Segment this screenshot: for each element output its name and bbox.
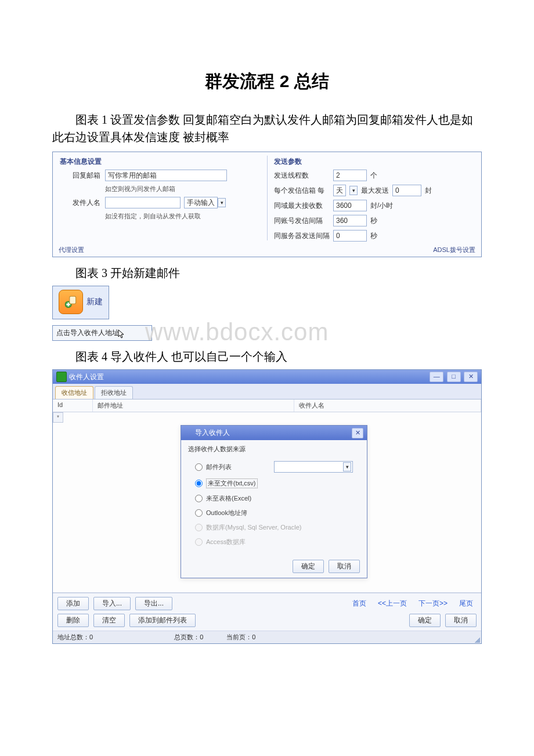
close-button[interactable]: ✕ xyxy=(464,372,478,382)
col-name[interactable]: 收件人名 xyxy=(294,399,481,412)
reply-hint: 如空则视为同发件人邮箱 xyxy=(60,185,175,193)
modal-close-button[interactable]: ✕ xyxy=(352,428,363,438)
new-row-stub[interactable]: * xyxy=(53,412,63,423)
import-modal: 导入收件人 ✕ 选择收件人数据来源 邮件列表 ▾ 来至文件( xyxy=(181,425,367,578)
caption-3: 图表 3 开始新建邮件 xyxy=(52,265,482,281)
opt-excel[interactable]: 来至表格(Excel) xyxy=(195,491,353,506)
domain-unit: 封/小时 xyxy=(370,201,393,211)
app-icon xyxy=(56,372,67,382)
modal-prompt: 选择收件人数据来源 xyxy=(181,440,367,456)
opt-outlook[interactable]: Outlook地址簿 xyxy=(195,506,353,520)
recipient-window: 收件人设置 — □ ✕ 收信地址 拒收地址 Id 邮件地址 收件人名 * 导入收… xyxy=(52,369,482,644)
server-unit: 秒 xyxy=(370,231,377,241)
acct-input[interactable]: 360 xyxy=(333,215,367,226)
clear-button[interactable]: 清空 xyxy=(93,614,125,627)
grid-header: Id 邮件地址 收件人名 xyxy=(53,399,481,412)
perbox-max-label: 最大发送 xyxy=(361,186,389,196)
sender-label: 发件人名 xyxy=(60,198,105,208)
svg-rect-1 xyxy=(70,296,76,304)
opt-file[interactable]: 来至文件(txt,csv) xyxy=(195,476,353,491)
opt-access: Access数据库 xyxy=(195,535,353,549)
prev-page-link[interactable]: <<上一页 xyxy=(374,599,410,609)
perbox-label: 每个发信信箱 每 xyxy=(274,186,330,196)
server-label: 同服务器发送间隔 xyxy=(274,231,330,241)
sender-mode-combo[interactable]: 手动输入 xyxy=(184,197,218,208)
domain-label: 同域最大接收数 xyxy=(274,201,330,211)
modal-ok-button[interactable]: 确定 xyxy=(293,560,324,573)
new-button[interactable]: 新建 xyxy=(52,286,109,319)
grid-body: * 导入收件人 ✕ 选择收件人数据来源 邮件列表 ▾ xyxy=(53,412,481,593)
perbox-max-input[interactable]: 0 xyxy=(392,185,421,196)
reply-input[interactable]: 写你常用的邮箱 xyxy=(105,170,227,181)
sender-hint: 如没有指定，则自动从发件人获取 xyxy=(60,212,201,221)
cancel-button[interactable]: 取消 xyxy=(445,614,477,627)
caption-4: 图表 4 导入收件人 也可以自己一个个输入 xyxy=(52,349,482,365)
window-titlebar: 收件人设置 — □ ✕ xyxy=(53,370,481,384)
modal-title: 导入收件人 xyxy=(195,428,230,438)
basic-info-legend: 基本信息设置 xyxy=(56,154,264,168)
new-icon xyxy=(59,290,83,314)
last-page-link[interactable]: 尾页 xyxy=(456,599,477,609)
modal-cancel-button[interactable]: 取消 xyxy=(329,560,360,573)
radio-outlook[interactable] xyxy=(195,509,203,517)
first-page-link[interactable]: 首页 xyxy=(349,599,370,609)
threads-input[interactable]: 2 xyxy=(333,170,367,181)
perbox-unit: 封 xyxy=(425,186,432,196)
domain-input[interactable]: 3600 xyxy=(333,200,367,211)
fig1-settings-pane: 基本信息设置 回复邮箱 写你常用的邮箱 如空则视为同发件人邮箱 发件人名 手动输… xyxy=(52,152,482,257)
import-address-strip[interactable]: 点击导入收件人地址 xyxy=(52,325,152,341)
doc-title: 群发流程 2 总结 xyxy=(52,70,482,93)
perbox-period-combo[interactable]: 天 xyxy=(333,185,346,196)
send-params-legend: 发送参数 xyxy=(270,154,478,168)
acct-unit: 秒 xyxy=(370,216,377,226)
cursor-icon xyxy=(118,329,125,339)
ok-button[interactable]: 确定 xyxy=(409,614,441,627)
window-title: 收件人设置 xyxy=(69,372,104,382)
reply-label: 回复邮箱 xyxy=(60,171,105,181)
adsl-settings-label: ADSL拨号设置 xyxy=(433,246,475,254)
chevron-down-icon[interactable]: ▾ xyxy=(349,186,358,195)
radio-file[interactable] xyxy=(195,480,203,487)
threads-label: 发送线程数 xyxy=(274,171,330,181)
import-button[interactable]: 导入... xyxy=(93,597,131,610)
app-icon xyxy=(186,430,193,437)
server-input[interactable]: 0 xyxy=(333,230,367,242)
maximize-button[interactable]: □ xyxy=(447,372,461,382)
add-button[interactable]: 添加 xyxy=(57,597,89,610)
opt-db: 数据库(Mysql, Sql Server, Oracle) xyxy=(195,520,353,535)
resize-grip-icon[interactable] xyxy=(473,636,480,643)
export-button[interactable]: 导出... xyxy=(135,597,172,610)
paragraph-1: 图表 1 设置发信参数 回复邮箱空白为默认发件人邮箱为回复邮箱发件人也是如此右边… xyxy=(52,111,482,146)
sender-input[interactable] xyxy=(105,197,181,208)
tab-reject[interactable]: 拒收地址 xyxy=(95,386,133,399)
col-address[interactable]: 邮件地址 xyxy=(93,399,294,412)
radio-maillist[interactable] xyxy=(195,463,203,471)
col-id[interactable]: Id xyxy=(53,399,93,412)
proxy-settings-label: 代理设置 xyxy=(59,246,84,254)
acct-label: 同账号发信间隔 xyxy=(274,216,330,226)
status-bar: 地址总数：0 总页数：0 当前页：0 xyxy=(53,631,481,643)
new-label: 新建 xyxy=(86,297,103,306)
radio-excel[interactable] xyxy=(195,495,203,502)
chevron-down-icon[interactable]: ▾ xyxy=(218,198,226,207)
radio-access xyxy=(195,538,203,546)
minimize-button[interactable]: — xyxy=(430,372,443,382)
maillist-combo[interactable]: ▾ xyxy=(274,461,353,473)
opt-maillist[interactable]: 邮件列表 ▾ xyxy=(195,458,353,476)
threads-unit: 个 xyxy=(370,171,377,181)
delete-button[interactable]: 删除 xyxy=(57,614,89,627)
next-page-link[interactable]: 下一页>> xyxy=(415,599,451,609)
tab-accept[interactable]: 收信地址 xyxy=(55,386,93,399)
chevron-down-icon[interactable]: ▾ xyxy=(343,462,351,471)
add-to-list-button[interactable]: 添加到邮件列表 xyxy=(129,614,196,627)
watermark: www.bdocx.com xyxy=(145,318,329,346)
radio-db xyxy=(195,524,203,531)
